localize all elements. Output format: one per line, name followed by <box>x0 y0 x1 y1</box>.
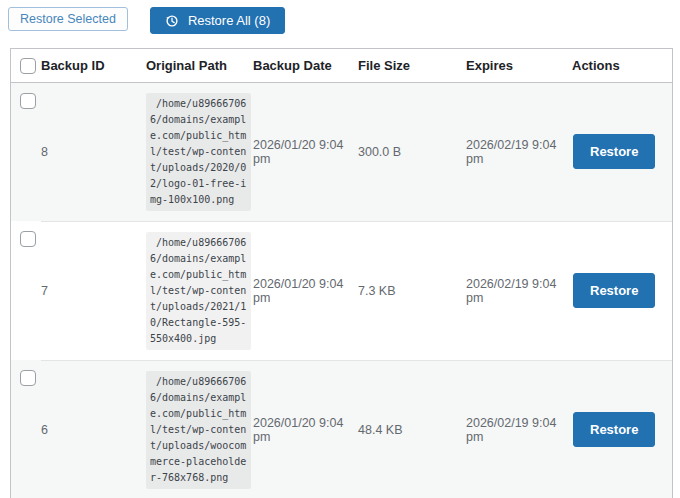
original-path-cell: /home/u896667066/domains/example.com/pub… <box>146 82 253 221</box>
column-header-backup-id: Backup ID <box>41 49 146 82</box>
select-all-cell <box>11 49 41 82</box>
clock-restore-icon <box>165 14 179 28</box>
expires-cell: 2026/02/19 9:04 pm <box>466 360 572 498</box>
backup-id-cell: 8 <box>41 82 146 221</box>
toolbar: Restore Selected Restore All (8) <box>0 0 680 34</box>
row-select-cell <box>11 360 41 498</box>
actions-cell: Restore <box>572 82 672 221</box>
original-path-cell: /home/u896667066/domains/example.com/pub… <box>146 221 253 360</box>
restore-all-button[interactable]: Restore All (8) <box>150 7 285 34</box>
restore-all-label: Restore All (8) <box>188 13 270 28</box>
row-select-cell <box>11 82 41 221</box>
actions-cell: Restore <box>572 360 672 498</box>
column-header-backup-date: Backup Date <box>253 49 358 82</box>
table-row: 8 /home/u896667066/domains/example.com/p… <box>11 82 672 221</box>
restore-button[interactable]: Restore <box>573 412 655 447</box>
backups-table-container: Backup ID Original Path Backup Date File… <box>10 48 673 498</box>
table-header-row: Backup ID Original Path Backup Date File… <box>11 49 672 82</box>
restore-button[interactable]: Restore <box>573 273 655 308</box>
backup-id-cell: 6 <box>41 360 146 498</box>
column-header-expires: Expires <box>466 49 572 82</box>
file-size-cell: 300.0 B <box>358 82 466 221</box>
backup-path: /home/u896667066/domains/example.com/pub… <box>146 371 251 489</box>
row-select-cell <box>11 221 41 360</box>
row-checkbox[interactable] <box>20 93 36 109</box>
row-checkbox[interactable] <box>20 231 36 247</box>
file-size-cell: 7.3 KB <box>358 221 466 360</box>
column-header-actions: Actions <box>572 49 672 82</box>
backup-path: /home/u896667066/domains/example.com/pub… <box>146 232 251 350</box>
restore-button[interactable]: Restore <box>573 134 655 169</box>
backup-path: /home/u896667066/domains/example.com/pub… <box>146 93 251 211</box>
backups-table: Backup ID Original Path Backup Date File… <box>11 49 672 498</box>
table-row: 6 /home/u896667066/domains/example.com/p… <box>11 360 672 498</box>
backup-date-cell: 2026/01/20 9:04 pm <box>253 221 358 360</box>
expires-cell: 2026/02/19 9:04 pm <box>466 82 572 221</box>
backup-id-cell: 7 <box>41 221 146 360</box>
column-header-file-size: File Size <box>358 49 466 82</box>
restore-selected-button[interactable]: Restore Selected <box>8 7 128 31</box>
expires-cell: 2026/02/19 9:04 pm <box>466 221 572 360</box>
original-path-cell: /home/u896667066/domains/example.com/pub… <box>146 360 253 498</box>
table-row: 7 /home/u896667066/domains/example.com/p… <box>11 221 672 360</box>
column-header-original-path: Original Path <box>146 49 253 82</box>
backup-date-cell: 2026/01/20 9:04 pm <box>253 82 358 221</box>
backup-date-cell: 2026/01/20 9:04 pm <box>253 360 358 498</box>
file-size-cell: 48.4 KB <box>358 360 466 498</box>
actions-cell: Restore <box>572 221 672 360</box>
select-all-checkbox[interactable] <box>20 58 36 74</box>
row-checkbox[interactable] <box>20 370 36 386</box>
